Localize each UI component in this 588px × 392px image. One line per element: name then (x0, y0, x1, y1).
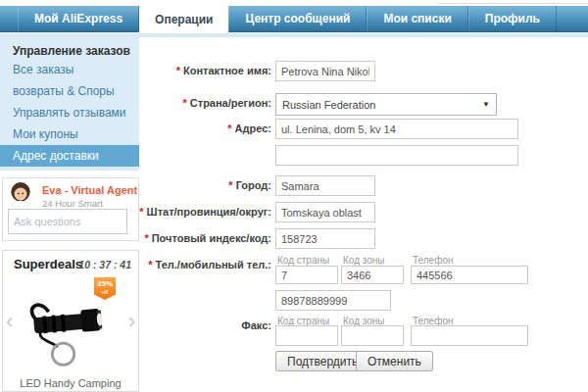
sidebar-item-refunds-disputes[interactable]: возвраты & Споры (0, 80, 139, 102)
shipping-address-form: *Контактное имя: *Страна/регион: Russian… (139, 37, 588, 392)
required-asterisk: * (227, 122, 231, 134)
required-asterisk: * (144, 232, 148, 244)
province-label: *Штат/провинция/округ: (139, 206, 271, 218)
sidebar-item-shipping-address[interactable]: Адрес доставки (0, 145, 139, 167)
phone-area-code-input[interactable] (341, 266, 404, 284)
tab-my-lists[interactable]: Мои списки (367, 6, 467, 31)
contact-name-input[interactable] (275, 61, 375, 81)
virtual-agent-widget: Eva - Virtual Agent 24 Hour Smart Respon… (2, 177, 139, 241)
dropdown-arrow-icon: ▼ (482, 100, 490, 109)
tab-label: Мой AliExpress (34, 12, 122, 25)
tab-label: Мои списки (383, 12, 451, 25)
country-select-value: Russian Federation (282, 99, 375, 111)
country-label: *Страна/регион: (139, 97, 271, 109)
top-divider (437, 3, 588, 4)
phone-number-label: Телефон (413, 255, 453, 266)
superdeals-title: Superdeals (14, 257, 82, 271)
tab-label: Профиль (485, 12, 540, 25)
phone-country-code-label: Код страны (277, 255, 329, 266)
phone-country-code-input[interactable] (275, 266, 338, 284)
address-label: *Адрес: (139, 122, 271, 134)
superdeals-countdown: 10 : 37 : 41 (78, 259, 131, 270)
required-asterisk: * (139, 206, 143, 218)
cancel-button[interactable]: Отменить (356, 351, 433, 371)
required-asterisk: * (228, 179, 232, 191)
contact-name-label: *Контактное имя: (139, 65, 271, 76)
province-input[interactable] (275, 202, 375, 222)
prev-arrow-icon[interactable]: ‹ (6, 312, 13, 331)
phone-label: *Тел./мобильный тел.: (139, 259, 271, 270)
tab-profile[interactable]: Профиль (468, 6, 557, 31)
product-image-flashlight[interactable] (16, 288, 125, 372)
next-arrow-icon[interactable]: › (128, 312, 135, 331)
city-label: *Город: (139, 179, 271, 191)
top-navigation-bar: Мой AliExpress Операции Центр сообщений … (0, 6, 588, 32)
tab-label: Центр сообщений (245, 12, 350, 25)
fax-area-code-input[interactable] (341, 325, 404, 346)
fax-label: Факс: (139, 319, 271, 331)
ask-questions-input[interactable] (8, 209, 127, 234)
country-select[interactable]: Russian Federation ▼ (275, 93, 497, 116)
tab-label: Операции (155, 13, 213, 26)
phone-number-input[interactable] (411, 266, 528, 284)
phone-area-code-label: Код зоны (343, 255, 385, 266)
postal-code-input[interactable] (275, 228, 375, 249)
required-asterisk: * (183, 97, 187, 109)
postal-code-label: *Почтовый индекс/код: (139, 232, 271, 244)
sidebar-item-all-orders[interactable]: Все заказы (0, 59, 139, 80)
address-line2-input[interactable] (275, 145, 518, 166)
product-name[interactable]: LED Handy Camping (3, 377, 138, 389)
sidebar-item-manage-feedback[interactable]: Управлять отзывами (0, 102, 139, 123)
required-asterisk: * (148, 259, 152, 270)
tab-message-center[interactable]: Центр сообщений (228, 6, 367, 31)
required-asterisk: * (176, 65, 180, 76)
fax-country-code-input[interactable] (275, 325, 338, 346)
sidebar-orders-menu: Управление заказов Все заказы возвраты &… (0, 37, 139, 171)
tab-operations[interactable]: Операции (139, 6, 228, 32)
fax-number-input[interactable] (411, 325, 528, 346)
superdeals-widget: Superdeals 10 : 37 : 41 35% off ‹ › LED … (2, 250, 139, 392)
eva-avatar (8, 181, 33, 207)
city-input[interactable] (275, 175, 375, 196)
address-line1-input[interactable] (275, 119, 518, 139)
sidebar-menu-title: Управление заказов (0, 43, 139, 59)
agent-name: Eva - Virtual Agent (42, 184, 137, 196)
sidebar-item-my-coupons[interactable]: Мои купоны (0, 123, 139, 145)
tab-my-aliexpress[interactable]: Мой AliExpress (18, 6, 139, 31)
mobile-phone-input[interactable] (275, 290, 391, 311)
